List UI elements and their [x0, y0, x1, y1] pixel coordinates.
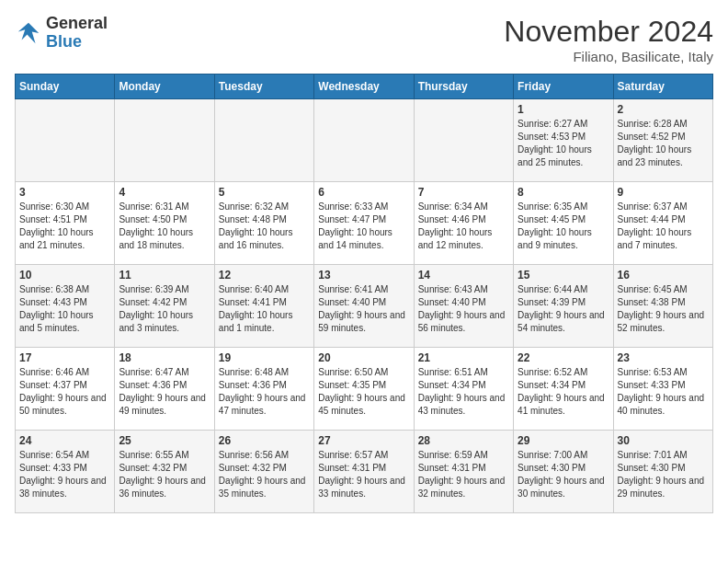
day-number: 2	[618, 103, 709, 116]
day-number: 6	[318, 186, 409, 199]
calendar-cell: 4Sunrise: 6:31 AM Sunset: 4:50 PM Daylig…	[115, 182, 214, 265]
calendar-cell: 30Sunrise: 7:01 AM Sunset: 4:30 PM Dayli…	[613, 431, 712, 513]
calendar-week-row: 1Sunrise: 6:27 AM Sunset: 4:53 PM Daylig…	[16, 99, 713, 182]
calendar-cell	[414, 99, 513, 182]
location-title: Filiano, Basilicate, Italy	[504, 49, 713, 64]
header-day: Tuesday	[214, 75, 313, 99]
day-info: Sunrise: 6:41 AM Sunset: 4:40 PM Dayligh…	[318, 283, 409, 335]
svg-marker-0	[18, 23, 40, 44]
calendar-cell: 18Sunrise: 6:47 AM Sunset: 4:36 PM Dayli…	[115, 348, 214, 431]
day-info: Sunrise: 6:40 AM Sunset: 4:41 PM Dayligh…	[219, 283, 310, 335]
calendar-cell: 9Sunrise: 6:37 AM Sunset: 4:44 PM Daylig…	[613, 182, 712, 265]
day-info: Sunrise: 6:38 AM Sunset: 4:43 PM Dayligh…	[19, 283, 110, 335]
header-row: SundayMondayTuesdayWednesdayThursdayFrid…	[16, 75, 713, 99]
calendar-cell: 28Sunrise: 6:59 AM Sunset: 4:31 PM Dayli…	[414, 431, 513, 513]
day-number: 26	[219, 434, 310, 447]
calendar-cell: 10Sunrise: 6:38 AM Sunset: 4:43 PM Dayli…	[16, 265, 115, 348]
day-info: Sunrise: 6:57 AM Sunset: 4:31 PM Dayligh…	[318, 449, 409, 500]
day-number: 18	[119, 351, 210, 364]
calendar-cell: 22Sunrise: 6:52 AM Sunset: 4:34 PM Dayli…	[514, 348, 613, 431]
header-day: Saturday	[613, 75, 712, 99]
logo-icon	[15, 19, 42, 47]
title-block: November 2024 Filiano, Basilicate, Italy	[504, 15, 713, 64]
calendar-cell: 3Sunrise: 6:30 AM Sunset: 4:51 PM Daylig…	[16, 182, 115, 265]
day-info: Sunrise: 6:53 AM Sunset: 4:33 PM Dayligh…	[618, 366, 709, 418]
calendar-week-row: 17Sunrise: 6:46 AM Sunset: 4:37 PM Dayli…	[16, 348, 713, 431]
calendar-cell: 2Sunrise: 6:28 AM Sunset: 4:52 PM Daylig…	[613, 99, 712, 182]
day-number: 7	[418, 186, 509, 199]
calendar-cell: 20Sunrise: 6:50 AM Sunset: 4:35 PM Dayli…	[314, 348, 414, 431]
day-number: 14	[418, 269, 509, 282]
logo: General Blue	[15, 15, 108, 52]
day-number: 9	[618, 186, 709, 199]
day-number: 16	[618, 269, 709, 282]
day-number: 30	[618, 434, 709, 447]
calendar-week-row: 10Sunrise: 6:38 AM Sunset: 4:43 PM Dayli…	[16, 265, 713, 348]
calendar-cell	[115, 99, 214, 182]
calendar-cell: 1Sunrise: 6:27 AM Sunset: 4:53 PM Daylig…	[514, 99, 613, 182]
calendar-cell: 6Sunrise: 6:33 AM Sunset: 4:47 PM Daylig…	[314, 182, 414, 265]
calendar-cell: 7Sunrise: 6:34 AM Sunset: 4:46 PM Daylig…	[414, 182, 513, 265]
day-info: Sunrise: 6:48 AM Sunset: 4:36 PM Dayligh…	[219, 366, 310, 418]
calendar-cell: 27Sunrise: 6:57 AM Sunset: 4:31 PM Dayli…	[314, 431, 414, 513]
calendar-cell: 16Sunrise: 6:45 AM Sunset: 4:38 PM Dayli…	[613, 265, 712, 348]
header-day: Friday	[514, 75, 613, 99]
calendar-cell: 21Sunrise: 6:51 AM Sunset: 4:34 PM Dayli…	[414, 348, 513, 431]
day-info: Sunrise: 6:37 AM Sunset: 4:44 PM Dayligh…	[618, 201, 709, 252]
day-number: 24	[19, 434, 110, 447]
calendar-week-row: 3Sunrise: 6:30 AM Sunset: 4:51 PM Daylig…	[16, 182, 713, 265]
calendar-cell: 11Sunrise: 6:39 AM Sunset: 4:42 PM Dayli…	[115, 265, 214, 348]
day-info: Sunrise: 6:43 AM Sunset: 4:40 PM Dayligh…	[418, 283, 509, 335]
day-number: 19	[219, 351, 310, 364]
day-number: 28	[418, 434, 509, 447]
day-info: Sunrise: 6:59 AM Sunset: 4:31 PM Dayligh…	[418, 449, 509, 500]
day-info: Sunrise: 6:55 AM Sunset: 4:32 PM Dayligh…	[119, 449, 210, 500]
day-info: Sunrise: 6:50 AM Sunset: 4:35 PM Dayligh…	[318, 366, 409, 418]
calendar-header: SundayMondayTuesdayWednesdayThursdayFrid…	[16, 75, 713, 99]
day-info: Sunrise: 6:34 AM Sunset: 4:46 PM Dayligh…	[418, 201, 509, 252]
calendar-cell: 23Sunrise: 6:53 AM Sunset: 4:33 PM Dayli…	[613, 348, 712, 431]
day-info: Sunrise: 6:28 AM Sunset: 4:52 PM Dayligh…	[618, 118, 709, 169]
day-info: Sunrise: 6:32 AM Sunset: 4:48 PM Dayligh…	[219, 201, 310, 252]
day-info: Sunrise: 6:35 AM Sunset: 4:45 PM Dayligh…	[518, 201, 609, 252]
day-number: 22	[518, 351, 609, 364]
calendar-cell: 14Sunrise: 6:43 AM Sunset: 4:40 PM Dayli…	[414, 265, 513, 348]
calendar-week-row: 24Sunrise: 6:54 AM Sunset: 4:33 PM Dayli…	[16, 431, 713, 513]
month-title: November 2024	[504, 15, 713, 49]
day-number: 1	[518, 103, 609, 116]
day-number: 11	[119, 269, 210, 282]
day-number: 17	[19, 351, 110, 364]
day-number: 23	[618, 351, 709, 364]
calendar-cell	[16, 99, 115, 182]
day-info: Sunrise: 6:46 AM Sunset: 4:37 PM Dayligh…	[19, 366, 110, 418]
calendar-cell: 13Sunrise: 6:41 AM Sunset: 4:40 PM Dayli…	[314, 265, 414, 348]
day-info: Sunrise: 6:47 AM Sunset: 4:36 PM Dayligh…	[119, 366, 210, 418]
day-info: Sunrise: 6:27 AM Sunset: 4:53 PM Dayligh…	[518, 118, 609, 169]
day-number: 12	[219, 269, 310, 282]
day-number: 8	[518, 186, 609, 199]
day-number: 25	[119, 434, 210, 447]
calendar-table: SundayMondayTuesdayWednesdayThursdayFrid…	[15, 74, 713, 513]
calendar-cell: 24Sunrise: 6:54 AM Sunset: 4:33 PM Dayli…	[16, 431, 115, 513]
logo-text: General Blue	[46, 15, 108, 52]
day-info: Sunrise: 6:45 AM Sunset: 4:38 PM Dayligh…	[618, 283, 709, 335]
calendar-cell: 17Sunrise: 6:46 AM Sunset: 4:37 PM Dayli…	[16, 348, 115, 431]
day-number: 5	[219, 186, 310, 199]
calendar-body: 1Sunrise: 6:27 AM Sunset: 4:53 PM Daylig…	[16, 99, 713, 513]
header-day: Wednesday	[314, 75, 414, 99]
day-info: Sunrise: 6:54 AM Sunset: 4:33 PM Dayligh…	[19, 449, 110, 500]
day-info: Sunrise: 6:33 AM Sunset: 4:47 PM Dayligh…	[318, 201, 409, 252]
day-number: 10	[19, 269, 110, 282]
day-number: 15	[518, 269, 609, 282]
header-day: Thursday	[414, 75, 513, 99]
page-header: General Blue November 2024 Filiano, Basi…	[15, 15, 713, 64]
day-info: Sunrise: 6:30 AM Sunset: 4:51 PM Dayligh…	[19, 201, 110, 252]
day-number: 27	[318, 434, 409, 447]
day-info: Sunrise: 6:51 AM Sunset: 4:34 PM Dayligh…	[418, 366, 509, 418]
day-number: 20	[318, 351, 409, 364]
day-info: Sunrise: 7:01 AM Sunset: 4:30 PM Dayligh…	[618, 449, 709, 500]
day-number: 21	[418, 351, 509, 364]
day-info: Sunrise: 7:00 AM Sunset: 4:30 PM Dayligh…	[518, 449, 609, 500]
calendar-cell	[214, 99, 313, 182]
calendar-cell: 25Sunrise: 6:55 AM Sunset: 4:32 PM Dayli…	[115, 431, 214, 513]
